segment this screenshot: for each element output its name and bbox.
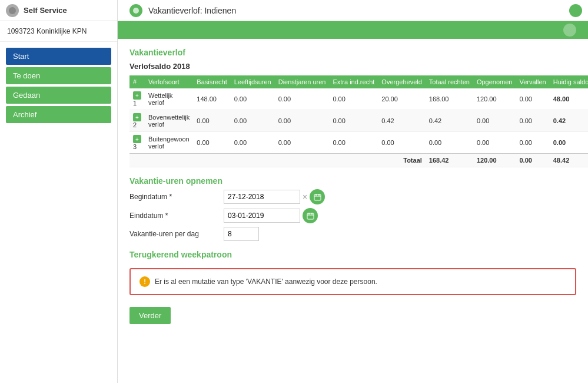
- app-logo-icon: [6, 4, 19, 17]
- col-vervallen: Vervallen: [516, 75, 549, 88]
- row-extra: 0.00: [329, 132, 378, 154]
- svg-rect-2: [314, 194, 321, 200]
- col-extra: Extra ind.recht: [329, 75, 378, 88]
- row-type: Bovenwettelijk verlof: [145, 110, 193, 132]
- vakantie-uren-input-group: [224, 227, 259, 241]
- sidebar-item-start[interactable]: Start: [6, 48, 111, 65]
- row-extra: 0.00: [329, 88, 378, 110]
- page-header: Vakantieverlof: Indienen: [118, 0, 563, 21]
- col-totaal: Totaal rechten: [426, 75, 473, 88]
- begindatum-input[interactable]: [224, 190, 300, 204]
- header-action-button[interactable]: [569, 4, 582, 17]
- begindatum-clear-button[interactable]: ×: [303, 192, 307, 202]
- row-totaal: 0.00: [426, 132, 473, 154]
- row-opgenomen: 120.00: [473, 88, 516, 110]
- einddatum-input[interactable]: [224, 209, 300, 223]
- app-title: Self Service: [24, 6, 67, 15]
- warning-icon: !: [139, 276, 150, 287]
- row-basisrecht: 0.00: [193, 110, 230, 132]
- verlof-table: # Verlofsoort Basisrecht Leeftijdsuren D…: [129, 75, 588, 167]
- vakantie-uren-input[interactable]: [224, 227, 259, 241]
- vakantie-uren-section: Vakantie-uren opnemen Begindatum * × Ei: [129, 176, 576, 241]
- header-actions: [563, 0, 588, 21]
- totaal-label: Totaal: [378, 154, 426, 167]
- col-saldo: Huidig saldo: [550, 75, 588, 88]
- row-dienst: 0.00: [275, 88, 330, 110]
- row-saldo: 0.00: [550, 132, 588, 154]
- terugkerend-title: Terugkerend weekpatroon: [129, 250, 576, 259]
- warning-box: ! Er is al een mutatie van type 'VAKANTI…: [129, 268, 576, 295]
- row-vervallen: 0.00: [516, 88, 549, 110]
- expand-button[interactable]: +: [133, 91, 141, 100]
- row-saldo: 0.42: [550, 110, 588, 132]
- row-opgenomen: 0.00: [473, 110, 516, 132]
- table-row: + 3 Buitengewoon verlof 0.00 0.00 0.00 0…: [129, 132, 588, 154]
- row-overgeheveld: 20.00: [378, 88, 426, 110]
- content-green-bar: [118, 21, 588, 39]
- terugkerend-section: Terugkerend weekpatroon: [129, 250, 576, 259]
- expand-button[interactable]: +: [133, 113, 141, 121]
- content-header-icon: [563, 24, 576, 37]
- begindatum-label: Begindatum *: [129, 193, 224, 201]
- row-totaal: 168.00: [426, 88, 473, 110]
- row-leeftijd: 0.00: [231, 110, 275, 132]
- row-totaal: 0.42: [426, 110, 473, 132]
- row-type: Wettelijk verlof: [145, 88, 193, 110]
- col-dienstjaren: Dienstjaren uren: [275, 75, 330, 88]
- col-verlofsoort: Verlofsoort: [145, 75, 193, 88]
- row-overgeheveld: 0.00: [378, 132, 426, 154]
- einddatum-row: Einddatum *: [129, 208, 576, 223]
- row-expand: + 1: [129, 88, 145, 110]
- row-expand: + 3: [129, 132, 145, 154]
- svg-rect-6: [307, 213, 314, 219]
- vakantie-uren-per-dag-row: Vakantie-uren per dag: [129, 227, 576, 241]
- col-leeftijdsuren: Leeftijdsuren: [231, 75, 275, 88]
- row-overgeheveld: 0.42: [378, 110, 426, 132]
- employee-info: 1093723 Koninklijke KPN: [0, 21, 117, 42]
- expand-button[interactable]: +: [133, 135, 141, 143]
- row-basisrecht: 0.00: [193, 132, 230, 154]
- page-header-icon: [129, 4, 142, 17]
- totaal-opgenomen: 120.00: [473, 154, 516, 167]
- verder-button[interactable]: Verder: [129, 307, 171, 324]
- row-type: Buitengewoon verlof: [145, 132, 193, 154]
- row-leeftijd: 0.00: [231, 132, 275, 154]
- verlofsaldo-title: Verlofsaldo 2018: [129, 62, 576, 71]
- row-vervallen: 0.00: [516, 110, 549, 132]
- sidebar-item-gedaan[interactable]: Gedaan: [6, 87, 111, 104]
- totaal-vervallen: 0.00: [516, 154, 549, 167]
- row-saldo: 48.00: [550, 88, 588, 110]
- begindatum-row: Begindatum * ×: [129, 189, 576, 204]
- row-expand: + 2: [129, 110, 145, 132]
- begindatum-calendar-button[interactable]: [310, 189, 325, 204]
- svg-point-0: [9, 7, 16, 14]
- row-extra: 0.00: [329, 110, 378, 132]
- warning-text: Er is al een mutatie van type 'VAKANTIE'…: [155, 278, 377, 286]
- totaal-row: Totaal 168.42 120.00 0.00 48.42: [129, 154, 588, 167]
- col-basisrecht: Basisrecht: [193, 75, 230, 88]
- col-overgeheveld: Overgeheveld: [378, 75, 426, 88]
- vakantie-uren-title: Vakantie-uren opnemen: [129, 176, 576, 186]
- einddatum-input-group: [224, 208, 318, 223]
- table-row: + 2 Bovenwettelijk verlof 0.00 0.00 0.00…: [129, 110, 588, 132]
- row-opgenomen: 0.00: [473, 132, 516, 154]
- row-vervallen: 0.00: [516, 132, 549, 154]
- totaal-saldo: 48.42: [550, 154, 588, 167]
- col-hash: #: [129, 75, 145, 88]
- row-dienst: 0.00: [275, 132, 330, 154]
- sidebar-item-te-doen[interactable]: Te doen: [6, 67, 111, 84]
- einddatum-calendar-button[interactable]: [303, 208, 318, 223]
- main-content: Vakantieverlof Verlofsaldo 2018 # Verlof…: [118, 21, 588, 383]
- sidebar: 1093723 Koninklijke KPN Start Te doen Ge…: [0, 21, 118, 383]
- sidebar-nav: Start Te doen Gedaan Archief: [0, 42, 117, 129]
- row-leeftijd: 0.00: [231, 88, 275, 110]
- einddatum-label: Einddatum *: [129, 212, 224, 220]
- totaal-total: 168.42: [426, 154, 473, 167]
- vakantieverlof-title: Vakantieverlof: [129, 48, 576, 57]
- begindatum-input-group: ×: [224, 189, 325, 204]
- sidebar-item-archief[interactable]: Archief: [6, 106, 111, 123]
- content-body: Vakantieverlof Verlofsaldo 2018 # Verlof…: [118, 39, 588, 383]
- row-dienst: 0.00: [275, 110, 330, 132]
- row-basisrecht: 148.00: [193, 88, 230, 110]
- col-opgenomen: Opgenomen: [473, 75, 516, 88]
